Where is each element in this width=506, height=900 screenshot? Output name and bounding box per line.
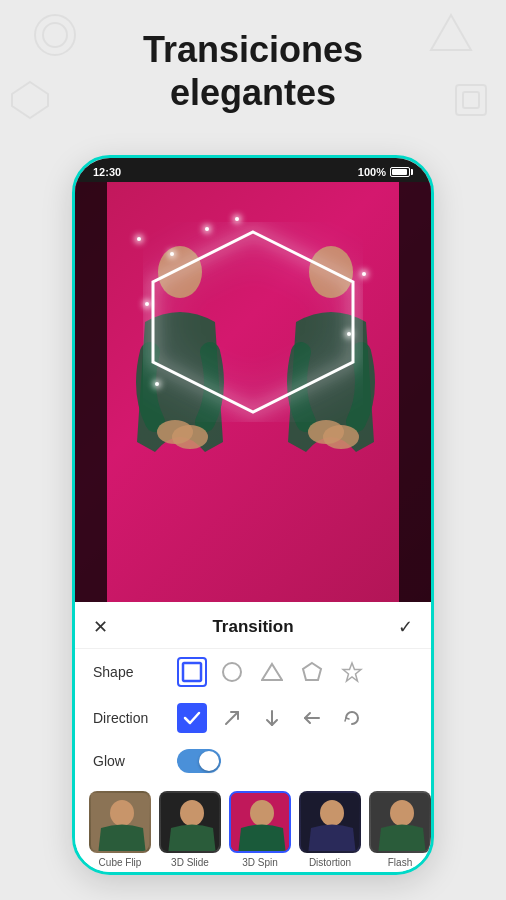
thumb-label-cube-flip: Cube Flip — [99, 857, 142, 868]
svg-point-27 — [320, 800, 344, 826]
sparkle-5 — [145, 302, 149, 306]
thumb-label-flash: Flash — [388, 857, 412, 868]
side-panel-left — [75, 182, 107, 602]
thumb-img-cube-flip — [89, 791, 151, 853]
sparkle-6 — [235, 217, 239, 221]
thumb-3d-slide[interactable]: 3D Slide — [159, 791, 221, 868]
thumb-label-distortion: Distortion — [309, 857, 351, 868]
shape-label: Shape — [93, 664, 165, 680]
sparkle-3 — [205, 227, 209, 231]
thumb-cube-flip[interactable]: Cube Flip — [89, 791, 151, 868]
sparkle-1 — [137, 237, 141, 241]
shape-pentagon[interactable] — [297, 657, 327, 687]
phone-frame: 12:30 100% — [72, 155, 434, 875]
thumb-flash[interactable]: Flash — [369, 791, 431, 868]
glow-toggle[interactable] — [177, 749, 221, 773]
shape-star[interactable] — [337, 657, 367, 687]
battery-percent: 100% — [358, 166, 386, 178]
svg-point-21 — [110, 800, 134, 826]
glow-label: Glow — [93, 753, 165, 769]
shape-row: Shape — [75, 649, 431, 695]
thumb-distortion[interactable]: Distortion — [299, 791, 361, 868]
close-button[interactable]: ✕ — [93, 616, 108, 638]
title-line1: Transiciones — [143, 29, 363, 70]
shape-options — [177, 657, 367, 687]
svg-point-23 — [180, 800, 204, 826]
thumb-label-3d-spin: 3D Spin — [242, 857, 278, 868]
sparkle-2 — [170, 252, 174, 256]
direction-left[interactable] — [297, 703, 327, 733]
svg-marker-15 — [303, 663, 321, 680]
glow-row: Glow — [75, 741, 431, 781]
shape-triangle[interactable] — [257, 657, 287, 687]
svg-point-29 — [390, 800, 414, 826]
side-panel-right — [399, 182, 431, 602]
svg-point-11 — [323, 425, 359, 449]
hex-shape-overlay — [143, 222, 363, 422]
shape-circle[interactable] — [217, 657, 247, 687]
svg-point-25 — [250, 800, 274, 826]
thumb-label-3d-slide: 3D Slide — [171, 857, 209, 868]
transition-header: ✕ Transition ✓ — [75, 602, 431, 649]
svg-point-8 — [172, 425, 208, 449]
direction-label: Direction — [93, 710, 165, 726]
status-time: 12:30 — [93, 166, 121, 178]
thumb-img-3d-slide — [159, 791, 221, 853]
direction-rotate[interactable] — [337, 703, 367, 733]
sparkle-4 — [362, 272, 366, 276]
sparkle-7 — [347, 332, 351, 336]
direction-row: Direction — [75, 695, 431, 741]
direction-down[interactable] — [257, 703, 287, 733]
thumb-img-distortion — [299, 791, 361, 853]
battery-icon — [390, 167, 413, 177]
direction-up-right[interactable] — [217, 703, 247, 733]
main-title: Transiciones elegantes — [0, 28, 506, 114]
svg-marker-14 — [262, 664, 282, 680]
thumb-img-flash — [369, 791, 431, 853]
svg-point-13 — [223, 663, 241, 681]
status-bar: 12:30 100% — [75, 158, 431, 182]
direction-check[interactable] — [177, 703, 207, 733]
thumbnail-strip: Cube Flip 3D Slide — [75, 781, 431, 875]
video-area — [75, 182, 431, 602]
transition-title: Transition — [212, 617, 293, 637]
direction-options — [177, 703, 367, 733]
sparkle-8 — [155, 382, 159, 386]
thumb-img-3d-spin — [229, 791, 291, 853]
svg-rect-12 — [183, 663, 201, 681]
confirm-button[interactable]: ✓ — [398, 616, 413, 638]
controls-panel: ✕ Transition ✓ Shape — [75, 602, 431, 875]
thumb-3d-spin[interactable]: 3D Spin — [229, 791, 291, 868]
shape-square[interactable] — [177, 657, 207, 687]
title-line2: elegantes — [170, 72, 336, 113]
svg-line-17 — [226, 712, 238, 724]
svg-marker-16 — [343, 663, 361, 681]
